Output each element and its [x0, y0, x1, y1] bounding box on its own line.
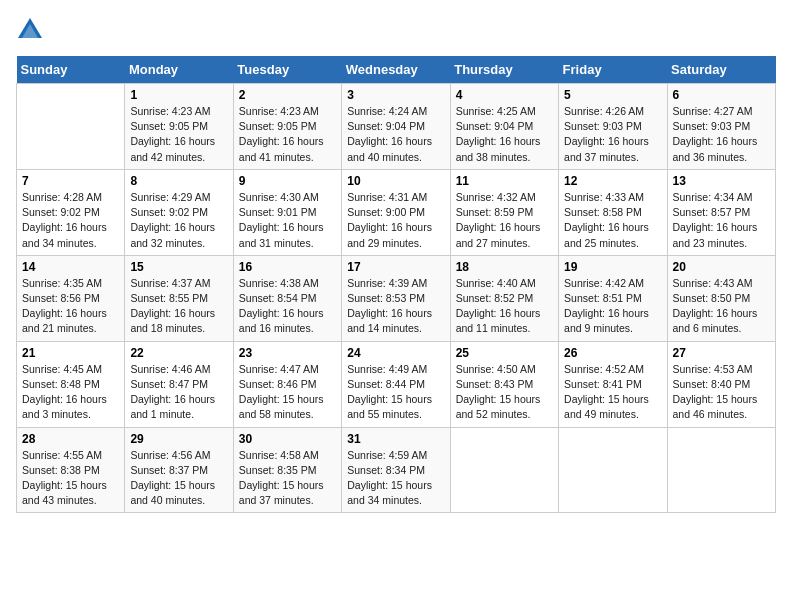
calendar-cell: 23Sunrise: 4:47 AM Sunset: 8:46 PM Dayli…: [233, 341, 341, 427]
calendar-cell: 27Sunrise: 4:53 AM Sunset: 8:40 PM Dayli…: [667, 341, 775, 427]
day-info: Sunrise: 4:39 AM Sunset: 8:53 PM Dayligh…: [347, 276, 444, 337]
day-number: 25: [456, 346, 553, 360]
calendar-cell: [667, 427, 775, 513]
day-number: 31: [347, 432, 444, 446]
day-info: Sunrise: 4:34 AM Sunset: 8:57 PM Dayligh…: [673, 190, 770, 251]
day-number: 6: [673, 88, 770, 102]
calendar-cell: [17, 84, 125, 170]
calendar-cell: 9Sunrise: 4:30 AM Sunset: 9:01 PM Daylig…: [233, 169, 341, 255]
day-info: Sunrise: 4:43 AM Sunset: 8:50 PM Dayligh…: [673, 276, 770, 337]
calendar-cell: 16Sunrise: 4:38 AM Sunset: 8:54 PM Dayli…: [233, 255, 341, 341]
day-info: Sunrise: 4:35 AM Sunset: 8:56 PM Dayligh…: [22, 276, 119, 337]
day-info: Sunrise: 4:31 AM Sunset: 9:00 PM Dayligh…: [347, 190, 444, 251]
calendar-cell: 13Sunrise: 4:34 AM Sunset: 8:57 PM Dayli…: [667, 169, 775, 255]
day-number: 4: [456, 88, 553, 102]
day-number: 22: [130, 346, 227, 360]
calendar-cell: 29Sunrise: 4:56 AM Sunset: 8:37 PM Dayli…: [125, 427, 233, 513]
day-info: Sunrise: 4:58 AM Sunset: 8:35 PM Dayligh…: [239, 448, 336, 509]
day-number: 30: [239, 432, 336, 446]
day-info: Sunrise: 4:33 AM Sunset: 8:58 PM Dayligh…: [564, 190, 661, 251]
day-info: Sunrise: 4:23 AM Sunset: 9:05 PM Dayligh…: [130, 104, 227, 165]
day-info: Sunrise: 4:53 AM Sunset: 8:40 PM Dayligh…: [673, 362, 770, 423]
day-info: Sunrise: 4:47 AM Sunset: 8:46 PM Dayligh…: [239, 362, 336, 423]
day-info: Sunrise: 4:27 AM Sunset: 9:03 PM Dayligh…: [673, 104, 770, 165]
calendar-cell: [559, 427, 667, 513]
day-number: 14: [22, 260, 119, 274]
day-number: 5: [564, 88, 661, 102]
calendar-cell: 2Sunrise: 4:23 AM Sunset: 9:05 PM Daylig…: [233, 84, 341, 170]
calendar-cell: 14Sunrise: 4:35 AM Sunset: 8:56 PM Dayli…: [17, 255, 125, 341]
calendar-cell: 3Sunrise: 4:24 AM Sunset: 9:04 PM Daylig…: [342, 84, 450, 170]
calendar-cell: 31Sunrise: 4:59 AM Sunset: 8:34 PM Dayli…: [342, 427, 450, 513]
day-info: Sunrise: 4:40 AM Sunset: 8:52 PM Dayligh…: [456, 276, 553, 337]
day-info: Sunrise: 4:37 AM Sunset: 8:55 PM Dayligh…: [130, 276, 227, 337]
calendar-body: 1Sunrise: 4:23 AM Sunset: 9:05 PM Daylig…: [17, 84, 776, 513]
day-info: Sunrise: 4:45 AM Sunset: 8:48 PM Dayligh…: [22, 362, 119, 423]
day-info: Sunrise: 4:23 AM Sunset: 9:05 PM Dayligh…: [239, 104, 336, 165]
calendar-cell: 5Sunrise: 4:26 AM Sunset: 9:03 PM Daylig…: [559, 84, 667, 170]
day-info: Sunrise: 4:32 AM Sunset: 8:59 PM Dayligh…: [456, 190, 553, 251]
weekday-header-monday: Monday: [125, 56, 233, 84]
day-number: 12: [564, 174, 661, 188]
weekday-header-thursday: Thursday: [450, 56, 558, 84]
day-number: 15: [130, 260, 227, 274]
weekday-header-friday: Friday: [559, 56, 667, 84]
day-number: 17: [347, 260, 444, 274]
day-number: 26: [564, 346, 661, 360]
day-number: 28: [22, 432, 119, 446]
weekday-header-sunday: Sunday: [17, 56, 125, 84]
weekday-header-saturday: Saturday: [667, 56, 775, 84]
day-number: 1: [130, 88, 227, 102]
day-number: 16: [239, 260, 336, 274]
day-number: 2: [239, 88, 336, 102]
day-info: Sunrise: 4:52 AM Sunset: 8:41 PM Dayligh…: [564, 362, 661, 423]
calendar-cell: 17Sunrise: 4:39 AM Sunset: 8:53 PM Dayli…: [342, 255, 450, 341]
weekday-header-row: SundayMondayTuesdayWednesdayThursdayFrid…: [17, 56, 776, 84]
calendar-cell: 30Sunrise: 4:58 AM Sunset: 8:35 PM Dayli…: [233, 427, 341, 513]
day-info: Sunrise: 4:56 AM Sunset: 8:37 PM Dayligh…: [130, 448, 227, 509]
calendar-cell: 8Sunrise: 4:29 AM Sunset: 9:02 PM Daylig…: [125, 169, 233, 255]
day-number: 8: [130, 174, 227, 188]
calendar-cell: 20Sunrise: 4:43 AM Sunset: 8:50 PM Dayli…: [667, 255, 775, 341]
calendar-cell: 10Sunrise: 4:31 AM Sunset: 9:00 PM Dayli…: [342, 169, 450, 255]
calendar-cell: 19Sunrise: 4:42 AM Sunset: 8:51 PM Dayli…: [559, 255, 667, 341]
day-info: Sunrise: 4:30 AM Sunset: 9:01 PM Dayligh…: [239, 190, 336, 251]
calendar-cell: 15Sunrise: 4:37 AM Sunset: 8:55 PM Dayli…: [125, 255, 233, 341]
day-info: Sunrise: 4:38 AM Sunset: 8:54 PM Dayligh…: [239, 276, 336, 337]
day-info: Sunrise: 4:25 AM Sunset: 9:04 PM Dayligh…: [456, 104, 553, 165]
day-info: Sunrise: 4:49 AM Sunset: 8:44 PM Dayligh…: [347, 362, 444, 423]
week-row-5: 28Sunrise: 4:55 AM Sunset: 8:38 PM Dayli…: [17, 427, 776, 513]
day-number: 3: [347, 88, 444, 102]
calendar-cell: 6Sunrise: 4:27 AM Sunset: 9:03 PM Daylig…: [667, 84, 775, 170]
day-number: 18: [456, 260, 553, 274]
day-info: Sunrise: 4:59 AM Sunset: 8:34 PM Dayligh…: [347, 448, 444, 509]
calendar-cell: 12Sunrise: 4:33 AM Sunset: 8:58 PM Dayli…: [559, 169, 667, 255]
day-number: 9: [239, 174, 336, 188]
calendar-cell: 18Sunrise: 4:40 AM Sunset: 8:52 PM Dayli…: [450, 255, 558, 341]
day-number: 19: [564, 260, 661, 274]
calendar-cell: 26Sunrise: 4:52 AM Sunset: 8:41 PM Dayli…: [559, 341, 667, 427]
logo: [16, 16, 48, 44]
day-info: Sunrise: 4:55 AM Sunset: 8:38 PM Dayligh…: [22, 448, 119, 509]
day-info: Sunrise: 4:50 AM Sunset: 8:43 PM Dayligh…: [456, 362, 553, 423]
calendar-cell: 22Sunrise: 4:46 AM Sunset: 8:47 PM Dayli…: [125, 341, 233, 427]
day-info: Sunrise: 4:29 AM Sunset: 9:02 PM Dayligh…: [130, 190, 227, 251]
page-header: [16, 16, 776, 44]
weekday-header-wednesday: Wednesday: [342, 56, 450, 84]
day-number: 24: [347, 346, 444, 360]
day-number: 27: [673, 346, 770, 360]
week-row-4: 21Sunrise: 4:45 AM Sunset: 8:48 PM Dayli…: [17, 341, 776, 427]
week-row-1: 1Sunrise: 4:23 AM Sunset: 9:05 PM Daylig…: [17, 84, 776, 170]
day-info: Sunrise: 4:28 AM Sunset: 9:02 PM Dayligh…: [22, 190, 119, 251]
calendar-cell: 1Sunrise: 4:23 AM Sunset: 9:05 PM Daylig…: [125, 84, 233, 170]
calendar-cell: 11Sunrise: 4:32 AM Sunset: 8:59 PM Dayli…: [450, 169, 558, 255]
day-number: 11: [456, 174, 553, 188]
calendar-table: SundayMondayTuesdayWednesdayThursdayFrid…: [16, 56, 776, 513]
calendar-cell: 28Sunrise: 4:55 AM Sunset: 8:38 PM Dayli…: [17, 427, 125, 513]
logo-icon: [16, 16, 44, 44]
day-number: 29: [130, 432, 227, 446]
week-row-3: 14Sunrise: 4:35 AM Sunset: 8:56 PM Dayli…: [17, 255, 776, 341]
calendar-cell: 24Sunrise: 4:49 AM Sunset: 8:44 PM Dayli…: [342, 341, 450, 427]
day-info: Sunrise: 4:42 AM Sunset: 8:51 PM Dayligh…: [564, 276, 661, 337]
week-row-2: 7Sunrise: 4:28 AM Sunset: 9:02 PM Daylig…: [17, 169, 776, 255]
